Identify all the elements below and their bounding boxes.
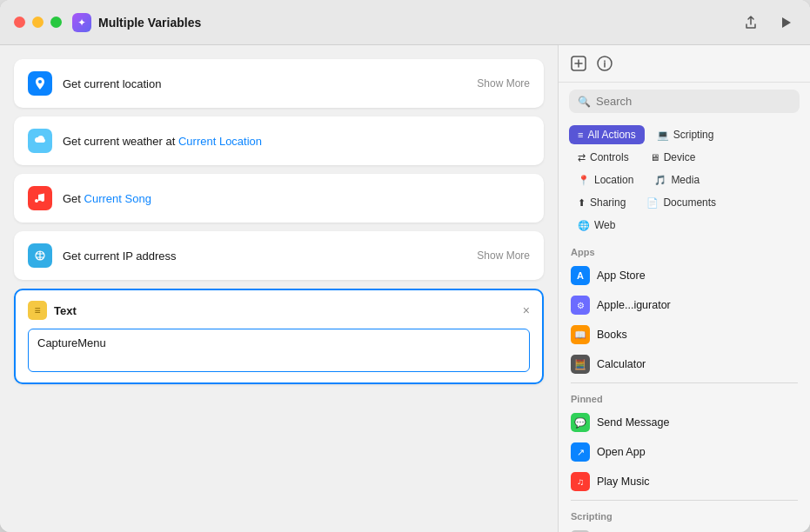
category-tabs: ≡ All Actions 💻 Scripting ⇄ Controls 🖥 [559, 120, 810, 240]
documents-icon: 📄 [646, 197, 659, 209]
action-card-left-4: Get current IP address [28, 243, 177, 268]
apple-igurator-icon: ⚙ [571, 296, 590, 315]
main-content: Get current location Show More Get curre… [0, 45, 810, 532]
tabs-row-4: ⬆ Sharing 📄 Documents [569, 193, 800, 212]
tab-location[interactable]: 📍 Location [569, 170, 642, 190]
list-item-open-app[interactable]: ↗ Open App [564, 437, 805, 467]
action-card-get-location: Get current location Show More [14, 59, 544, 108]
apple-igurator-label: Apple...igurator [597, 299, 671, 311]
divider-2 [571, 500, 798, 501]
list-item-send-message[interactable]: 💬 Send Message [564, 408, 805, 437]
search-bar: 🔍 [569, 90, 800, 113]
calculator-label: Calculator [597, 358, 646, 370]
right-panel: 🔍 ≡ All Actions 💻 Scripting [558, 45, 810, 532]
close-button[interactable] [14, 17, 25, 28]
text-card-close-btn[interactable]: × [523, 304, 530, 316]
search-input[interactable] [596, 95, 791, 108]
right-panel-icons [571, 56, 613, 75]
minimize-button[interactable] [32, 17, 44, 28]
tab-documents[interactable]: 📄 Documents [638, 193, 725, 212]
action-label-1: Get current location [63, 77, 161, 90]
text-card: ≡ Text × CaptureMenu [14, 289, 544, 384]
list-item-apple-igurator[interactable]: ⚙ Apple...igurator [564, 290, 805, 320]
traffic-lights [14, 17, 62, 28]
section-header-apps: Apps [564, 240, 805, 261]
add-action-button[interactable] [571, 56, 586, 75]
play-button[interactable] [775, 12, 796, 33]
tabs-row-1: ≡ All Actions 💻 Scripting [569, 125, 800, 144]
tab-sharing[interactable]: ⬆ Sharing [569, 193, 634, 212]
titlebar-actions [740, 12, 796, 33]
show-more-btn-4[interactable]: Show More [477, 249, 530, 262]
weather-icon [28, 129, 52, 153]
scripting-icon: 💻 [657, 130, 669, 141]
tab-all-actions-label: All Actions [587, 129, 635, 141]
app-store-icon: A [571, 266, 590, 285]
action-card-get-weather: Get current weather at Current Location [14, 116, 544, 165]
left-panel: Get current location Show More Get curre… [0, 45, 558, 532]
location-icon [28, 71, 52, 96]
tab-device-label: Device [664, 151, 696, 163]
show-more-btn-1[interactable]: Show More [477, 77, 530, 90]
send-message-icon: 💬 [571, 413, 590, 432]
list-item-calculator[interactable]: 🧮 Calculator [564, 349, 805, 379]
app-icon: ✦ [72, 13, 91, 32]
play-music-label: Play Music [597, 475, 649, 488]
action-card-left: Get current location [28, 71, 161, 96]
calculator-icon: 🧮 [571, 355, 590, 374]
tab-device[interactable]: 🖥 Device [641, 148, 705, 167]
open-app-icon: ↗ [571, 442, 590, 462]
action-label-4: Get current IP address [63, 249, 177, 263]
share-button[interactable] [740, 12, 761, 33]
action-card-left-3: Get Current Song [28, 186, 151, 210]
tab-web[interactable]: 🌐 Web [569, 216, 624, 235]
tab-controls[interactable]: ⇄ Controls [569, 148, 638, 167]
action-label-3: Get Current Song [63, 192, 151, 205]
tab-scripting[interactable]: 💻 Scripting [648, 125, 723, 144]
list-item-app-store[interactable]: A App Store [564, 261, 805, 290]
list-item-comment[interactable]: ≡ Comment [564, 525, 805, 532]
main-window: ✦ Multiple Variables [0, 0, 810, 532]
books-icon: 📖 [571, 325, 590, 344]
search-icon: 🔍 [578, 96, 591, 108]
device-icon: 🖥 [650, 152, 659, 163]
text-card-label: Text [54, 304, 77, 317]
variable-link-1[interactable]: Current Location [178, 135, 262, 148]
actions-list: Apps A App Store ⚙ Apple...igurator 📖 [559, 240, 810, 532]
text-input-area[interactable]: CaptureMenu [28, 329, 530, 372]
maximize-button[interactable] [50, 17, 62, 28]
tab-scripting-label: Scripting [673, 129, 714, 141]
books-label: Books [597, 329, 627, 341]
ip-icon [28, 243, 52, 268]
tabs-row-2: ⇄ Controls 🖥 Device [569, 148, 800, 167]
tabs-row-3: 📍 Location 🎵 Media [569, 170, 800, 190]
variable-link-2[interactable]: Current Song [84, 192, 151, 205]
text-card-icon: ≡ [28, 301, 47, 320]
tab-media-label: Media [671, 174, 700, 186]
action-card-get-song: Get Current Song [14, 174, 544, 223]
text-card-title-area: ≡ Text [28, 301, 77, 320]
tab-media[interactable]: 🎵 Media [646, 170, 708, 190]
tab-web-label: Web [594, 219, 615, 231]
web-icon: 🌐 [578, 220, 590, 231]
tab-location-label: Location [594, 174, 633, 186]
text-card-header: ≡ Text × [28, 301, 530, 320]
send-message-label: Send Message [597, 416, 669, 429]
all-actions-icon: ≡ [578, 130, 583, 140]
list-item-books[interactable]: 📖 Books [564, 320, 805, 349]
list-item-play-music[interactable]: ♫ Play Music [564, 467, 805, 496]
tab-controls-label: Controls [590, 151, 629, 163]
music-icon [28, 186, 52, 210]
tab-sharing-label: Sharing [590, 196, 626, 209]
search-container: 🔍 [559, 83, 810, 120]
tab-documents-label: Documents [663, 196, 716, 209]
action-card-left-2: Get current weather at Current Location [28, 129, 262, 153]
info-button[interactable] [597, 56, 613, 75]
section-header-pinned: Pinned [564, 387, 805, 408]
tabs-row-5: 🌐 Web [569, 216, 800, 235]
tab-all-actions[interactable]: ≡ All Actions [569, 125, 645, 144]
controls-icon: ⇄ [578, 152, 586, 163]
location-nav-icon: 📍 [578, 175, 590, 186]
app-store-label: App Store [597, 269, 646, 282]
right-panel-header [559, 45, 810, 83]
